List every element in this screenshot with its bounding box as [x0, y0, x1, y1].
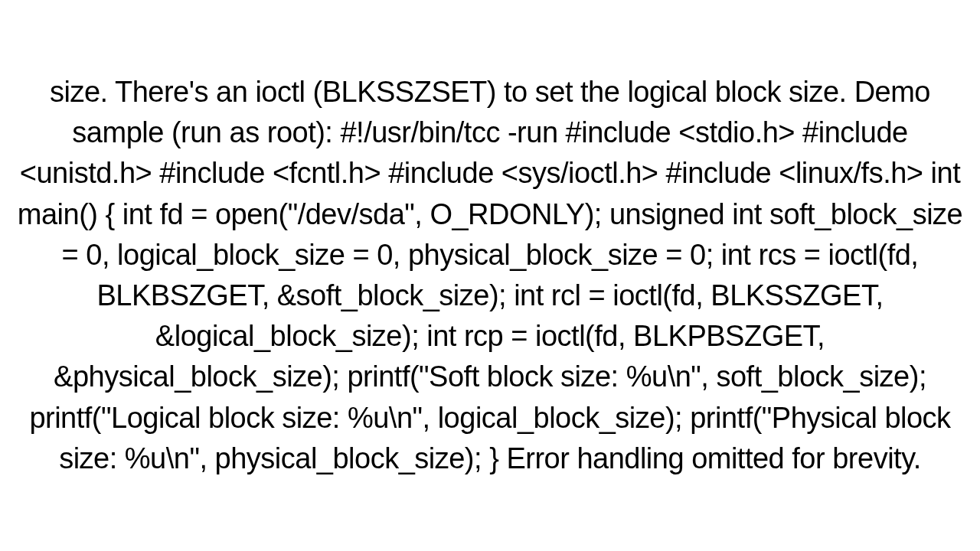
document-body: size. There's an ioctl (BLKSSZSET) to se… [0, 72, 980, 479]
document-text: size. There's an ioctl (BLKSSZSET) to se… [18, 76, 962, 474]
